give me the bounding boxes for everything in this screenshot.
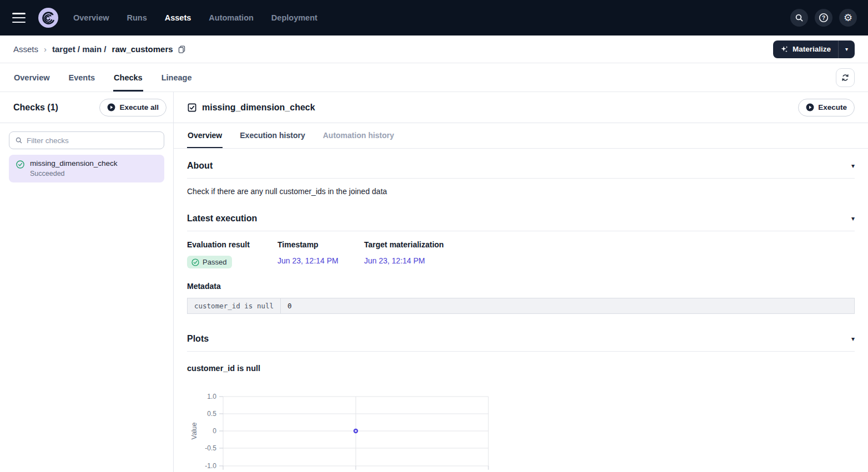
execute-button[interactable]: Execute	[798, 99, 855, 116]
menu-icon[interactable]	[12, 13, 26, 23]
tab-execution-history[interactable]: Execution history	[239, 123, 305, 148]
execute-all-button[interactable]: Execute all	[99, 99, 166, 116]
data-point[interactable]	[354, 429, 357, 433]
check-circle-icon	[16, 160, 24, 169]
breadcrumb-asset-path: target / main /	[52, 44, 107, 54]
chevron-right-icon: ›	[44, 44, 47, 54]
y-tick-label: 0.5	[207, 410, 216, 418]
caret-down-icon[interactable]: ▾	[851, 335, 855, 343]
target-materialization-label: Target materialization	[364, 240, 855, 249]
value-chart: 1.0 0.5 0 -0.5 -1.0 Value Jun 23, 12:14 …	[187, 390, 855, 472]
evaluation-result-label: Evaluation result	[187, 240, 277, 249]
caret-down-icon[interactable]: ▾	[851, 215, 855, 222]
search-icon[interactable]	[790, 9, 808, 27]
check-item-status: Succeeded	[30, 170, 118, 177]
materialize-dropdown-caret[interactable]: ▾	[838, 40, 855, 58]
copy-icon[interactable]	[178, 45, 186, 53]
divider	[187, 231, 855, 231]
plot-title: customer_id is null	[187, 364, 855, 373]
divider	[187, 351, 855, 352]
check-item-name: missing_dimension_check	[30, 159, 118, 168]
materialize-button[interactable]: Materialize	[773, 40, 838, 58]
check-detail-panel: missing_dimension_check Execute Overview…	[174, 92, 868, 472]
timestamp-label: Timestamp	[277, 240, 364, 249]
about-heading: About	[187, 161, 213, 171]
tab-events[interactable]: Events	[68, 63, 96, 92]
settings-gear-icon[interactable]: ⚙	[839, 9, 857, 27]
tab-check-overview[interactable]: Overview	[187, 123, 223, 148]
primary-nav: Overview Runs Assets Automation Deployme…	[73, 13, 317, 22]
tab-overview[interactable]: Overview	[13, 63, 51, 92]
about-section-header: About ▾	[187, 161, 855, 171]
breadcrumb-row: Assets › target / main / raw_customers M…	[0, 35, 868, 63]
nav-item-deployment[interactable]: Deployment	[271, 13, 317, 22]
breadcrumb: Assets › target / main / raw_customers	[13, 44, 186, 54]
help-icon[interactable]: ?	[815, 9, 832, 27]
asset-tabs: Overview Events Checks Lineage	[0, 63, 868, 92]
nav-item-automation[interactable]: Automation	[209, 13, 254, 22]
about-description: Check if there are any null customer_ids…	[187, 187, 855, 196]
y-tick-label: 0	[213, 427, 216, 435]
breadcrumb-assets-link[interactable]: Assets	[13, 44, 38, 54]
y-axis-label: Value	[190, 422, 198, 439]
check-detail-tabs: Overview Execution history Automation hi…	[174, 123, 868, 149]
checks-count-title: Checks (1)	[13, 103, 58, 113]
passed-badge: Passed	[187, 256, 232, 268]
dagster-logo[interactable]	[38, 7, 59, 28]
filter-checks-field	[9, 131, 164, 149]
nav-actions: ? ⚙	[790, 9, 857, 27]
y-tick-label: -1.0	[205, 462, 216, 470]
check-list-item[interactable]: missing_dimension_check Succeeded	[9, 155, 164, 182]
timestamp-link[interactable]: Jun 23, 12:14 PM	[277, 256, 339, 265]
y-tick-label: 1.0	[207, 393, 216, 400]
materialize-split-button: Materialize ▾	[773, 40, 855, 58]
nav-item-assets[interactable]: Assets	[165, 13, 191, 22]
svg-text:?: ?	[822, 15, 825, 21]
table-row: customer_id is null 0	[188, 298, 855, 314]
metadata-key: customer_id is null	[188, 298, 281, 314]
metadata-value: 0	[281, 298, 855, 314]
tab-automation-history[interactable]: Automation history	[322, 123, 395, 148]
nav-item-runs[interactable]: Runs	[127, 13, 147, 22]
metadata-heading: Metadata	[187, 282, 855, 291]
latest-execution-section-header: Latest execution ▾	[187, 214, 855, 224]
search-icon	[15, 136, 23, 144]
breadcrumb-asset-name: raw_customers	[112, 44, 173, 54]
divider	[187, 178, 855, 179]
target-materialization-link[interactable]: Jun 23, 12:14 PM	[364, 256, 425, 265]
tab-checks[interactable]: Checks	[113, 63, 143, 92]
asset-check-icon	[187, 103, 197, 113]
filter-checks-input[interactable]	[27, 136, 158, 145]
y-tick-label: -0.5	[205, 444, 216, 452]
check-circle-icon	[191, 258, 199, 266]
top-nav: Overview Runs Assets Automation Deployme…	[0, 0, 868, 35]
latest-execution-heading: Latest execution	[187, 214, 257, 224]
metadata-table: customer_id is null 0	[187, 298, 855, 314]
refresh-icon[interactable]	[836, 68, 855, 87]
sparkle-icon	[780, 45, 789, 53]
check-title: missing_dimension_check	[202, 103, 315, 113]
plots-heading: Plots	[187, 334, 209, 344]
tab-lineage[interactable]: Lineage	[161, 63, 193, 92]
play-icon	[806, 103, 814, 111]
nav-item-overview[interactable]: Overview	[73, 13, 109, 22]
plots-section-header: Plots ▾	[187, 334, 855, 344]
play-icon	[107, 103, 115, 111]
checks-sidebar: Checks (1) Execute all missing_dimension…	[0, 92, 174, 472]
caret-down-icon[interactable]: ▾	[851, 162, 855, 170]
